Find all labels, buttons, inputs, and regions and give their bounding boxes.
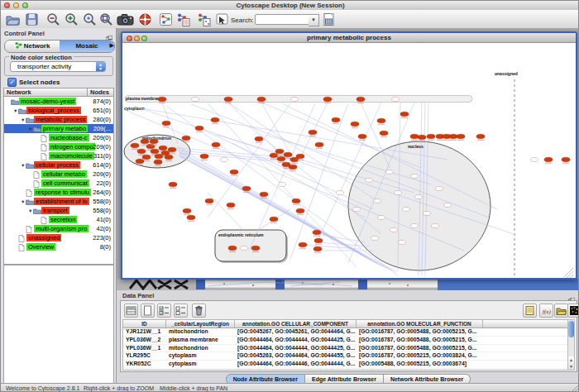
node[interactable] <box>165 155 173 160</box>
node[interactable] <box>251 246 260 251</box>
node[interactable] <box>275 149 284 154</box>
table-row[interactable]: YJR121W__1mitochondrion[GO:0045267, GO:0… <box>123 328 568 337</box>
node[interactable] <box>141 139 149 144</box>
node[interactable] <box>296 208 304 213</box>
tab-network[interactable]: Network <box>5 41 60 52</box>
node[interactable] <box>205 198 213 203</box>
color-attribute-dropdown[interactable]: transporter activity ▲▼ <box>10 61 106 72</box>
node-unfilled[interactable] <box>366 179 373 183</box>
node[interactable] <box>418 135 426 140</box>
node[interactable] <box>242 186 251 191</box>
node-unfilled[interactable] <box>374 199 381 203</box>
attribute-editor-icon[interactable] <box>523 304 537 318</box>
node[interactable] <box>380 131 388 136</box>
new-attribute-icon[interactable] <box>141 304 155 318</box>
node-unfilled[interactable] <box>192 98 199 102</box>
copy-network-view-icon[interactable] <box>197 12 211 26</box>
tree-item-overview[interactable]: Overview8(0) <box>4 242 113 251</box>
resize-grip-icon[interactable] <box>571 385 579 392</box>
function-builder-icon[interactable]: f(x) <box>539 304 553 318</box>
select-nodes-checkbox[interactable]: ✓ <box>7 78 17 87</box>
tree-item-response-to-stimulu[interactable]: response to stimulu264(0) <box>4 188 113 197</box>
tree-item-cellular-metabo[interactable]: cellular metabo209(0) <box>4 170 113 179</box>
snapshot-camera-icon[interactable] <box>117 12 134 26</box>
node[interactable] <box>292 198 300 203</box>
column-header[interactable]: annotation.GO MOLECULAR_FUNCTION <box>356 320 483 327</box>
network-overview-icon[interactable] <box>159 12 173 26</box>
tree-item-mosaic-demo-yeast[interactable]: mosaic-demo-yeast874(0) <box>4 97 113 106</box>
tree-item-multi-organism-pro[interactable]: multi-organism pro42(0) <box>4 224 113 233</box>
table-vertical-scrollbar[interactable]: ▲▼ <box>567 319 575 370</box>
node[interactable] <box>168 147 176 152</box>
node-unfilled[interactable] <box>337 191 344 195</box>
tree-item-unassigned[interactable]: unassigned223(0) <box>4 233 113 242</box>
node[interactable] <box>142 155 151 160</box>
node-unfilled[interactable] <box>436 187 443 191</box>
search-input[interactable] <box>255 14 309 25</box>
network-window-titlebar[interactable]: primary metabolic process <box>122 33 576 43</box>
node-unfilled[interactable] <box>403 208 410 212</box>
node[interactable] <box>299 242 307 247</box>
node[interactable] <box>296 154 304 159</box>
node[interactable] <box>195 126 203 131</box>
birds-eye-view[interactable] <box>3 265 114 392</box>
tree-item-macromolecule[interactable]: macromolecule311(0) <box>4 151 113 160</box>
node[interactable] <box>313 246 322 251</box>
node[interactable] <box>187 215 195 220</box>
node[interactable] <box>154 160 162 165</box>
node[interactable] <box>313 230 321 235</box>
node[interactable] <box>212 142 220 147</box>
node-unfilled[interactable] <box>411 224 419 228</box>
node[interactable] <box>224 97 232 102</box>
node-unfilled[interactable] <box>411 174 419 179</box>
node[interactable] <box>155 154 163 159</box>
node[interactable] <box>315 142 323 147</box>
node[interactable] <box>457 134 465 139</box>
node-unfilled[interactable] <box>415 195 423 199</box>
attribute-grid-icon[interactable] <box>124 304 138 318</box>
tree-item-primary-metabo[interactable]: ▼primary metabo209(... <box>4 124 113 133</box>
zoom-fit-icon[interactable] <box>99 12 113 26</box>
node[interactable] <box>162 121 170 126</box>
float-data-panel-icon[interactable] <box>568 292 575 298</box>
more-tabs-arrow[interactable]: ▶ <box>110 42 114 49</box>
node[interactable] <box>410 134 419 139</box>
node[interactable] <box>476 134 485 139</box>
column-header[interactable]: ID <box>123 320 166 327</box>
table-row[interactable]: YPL036W__2plasma membrane[GO:0044464, GO… <box>123 337 568 345</box>
node[interactable] <box>151 149 159 154</box>
search-options-dropdown[interactable]: ▼ <box>309 14 319 26</box>
node[interactable] <box>427 134 435 139</box>
node[interactable] <box>351 122 359 127</box>
node[interactable] <box>150 139 158 144</box>
column-header-nodes[interactable]: Nodes <box>88 88 113 96</box>
tree-item-secretion[interactable]: secretion41(0) <box>4 215 113 224</box>
node[interactable] <box>260 192 268 197</box>
node[interactable] <box>309 130 317 135</box>
annotation-icon[interactable] <box>215 12 229 26</box>
tab-mosaic[interactable]: Mosaic <box>60 41 114 52</box>
open-folder-icon[interactable] <box>6 12 20 26</box>
save-icon[interactable] <box>25 12 39 26</box>
zoom-selected-icon[interactable] <box>83 12 97 26</box>
node-unfilled[interactable] <box>432 224 439 228</box>
copy-network-style-icon[interactable] <box>176 12 190 26</box>
tree-item-nitrogen-compo[interactable]: nitrogen compo209(0) <box>4 142 113 151</box>
tree-item-cell-communicat[interactable]: cell communicat22(0) <box>4 179 113 188</box>
node[interactable] <box>183 208 191 213</box>
node[interactable] <box>544 157 553 162</box>
node[interactable] <box>230 170 238 174</box>
zoom-out-icon[interactable] <box>46 12 60 26</box>
scrollbar-thumb[interactable] <box>568 321 574 337</box>
import-table-icon[interactable] <box>322 12 336 26</box>
node[interactable] <box>270 217 278 222</box>
table-row[interactable]: YPL036W__1mitochondrion[GO:0044464, GO:0… <box>123 345 568 353</box>
node-unfilled[interactable] <box>386 170 394 174</box>
node[interactable] <box>323 97 332 102</box>
node-unfilled[interactable] <box>395 191 402 195</box>
node[interactable] <box>158 97 166 102</box>
node[interactable] <box>137 149 146 154</box>
tree-item-cellular-process[interactable]: ▼cellular process614(0) <box>4 160 113 170</box>
node[interactable] <box>277 156 285 161</box>
tree-item-metabolic-process[interactable]: ▼metabolic process280(0) <box>4 115 113 124</box>
